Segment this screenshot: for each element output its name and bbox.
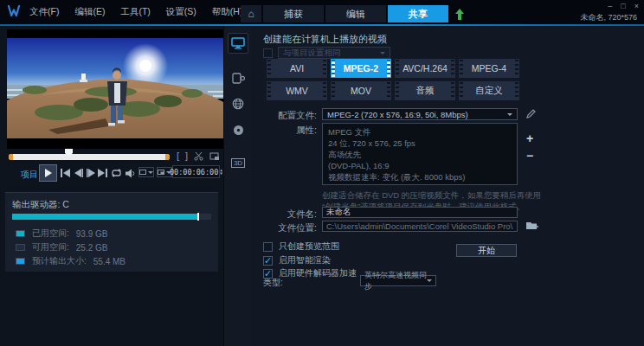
video-preview[interactable] (7, 29, 223, 149)
menu-settings[interactable]: 设置(S) (166, 6, 196, 18)
timecode-spinner[interactable]: ▲▼ (220, 169, 222, 176)
home-tab[interactable]: ⌂ (241, 5, 261, 22)
share-settings-panel: 创建能在计算机上播放的视频 与项目设置相同 AVI MPEG-2 AVC/H.2… (251, 26, 644, 346)
smart-render-checkbox[interactable] (263, 256, 273, 266)
format-mpeg4[interactable]: MPEG-4 (459, 59, 519, 78)
tab-share-label: 共享 (409, 8, 428, 21)
option-preview-range: 只创建预览范围 (263, 240, 339, 253)
go-end-button[interactable] (97, 168, 108, 178)
estimated-value: 55.4 MB (93, 257, 126, 266)
volume-button[interactable] (125, 168, 136, 178)
format-label: WMV (286, 86, 308, 96)
browse-folder-icon[interactable] (526, 221, 538, 230)
format-label: 音频 (416, 85, 435, 97)
category-computer[interactable] (228, 33, 248, 54)
mark-out-icon[interactable]: ] (185, 151, 188, 161)
properties-box: MPEG 文件 24 位, 720 x 576, 25 fps 高场优先 (DV… (322, 123, 518, 185)
same-as-project-label: 与项目设置相同 (283, 48, 341, 59)
loop-button[interactable] (111, 168, 122, 178)
option-label: 启用智能渲染 (279, 254, 331, 266)
computer-icon (231, 37, 245, 49)
location-input[interactable] (322, 221, 518, 232)
location-label: 文件位置: (254, 222, 317, 234)
filename-label: 文件名: (254, 208, 317, 221)
format-avi[interactable]: AVI (267, 59, 327, 78)
option-label: 只创建预览范围 (279, 240, 339, 253)
timecode-value: 00:00:06:00 (170, 168, 218, 176)
format-wmv[interactable]: WMV (267, 81, 327, 100)
format-mov[interactable]: MOV (331, 81, 391, 100)
format-custom[interactable]: 自定义 (459, 81, 519, 100)
workspace-tabs: ⌂ 捕获 编辑 共享 (241, 5, 464, 22)
category-3d[interactable]: 3D (228, 152, 248, 173)
maximize-button[interactable]: □ (621, 2, 625, 10)
tab-share[interactable]: 共享 (388, 5, 448, 22)
profile-dropdown[interactable]: MPEG-2 (720 x 576, 16:9, 50i, 8Mbps) (322, 108, 518, 120)
legend-used: 已用空间: 93.9 GB (16, 227, 107, 240)
timecode-field[interactable]: 00:00:06:00 ▲▼ (172, 165, 220, 178)
minimize-button[interactable]: – (608, 2, 612, 10)
playback-quality-dropdown[interactable] (138, 167, 154, 177)
next-frame-button[interactable] (85, 168, 96, 178)
same-as-project-dropdown[interactable]: 与项目设置相同 (278, 47, 390, 59)
trim-bar[interactable] (9, 154, 170, 160)
split-clip-icon[interactable] (194, 151, 203, 161)
start-button[interactable]: 开始 (456, 244, 517, 257)
format-label: AVI (290, 63, 304, 74)
type-dropdown[interactable]: 英特尔高速视频同步 (360, 275, 436, 286)
free-value: 25.2 GB (76, 243, 108, 253)
disk-used-fill (12, 214, 197, 220)
trim-tools: [ ] (177, 151, 220, 161)
property-line: 视频数据速率: 变化 (最大. 8000 kbps) (328, 171, 512, 183)
panel-heading: 创建能在计算机上播放的视频 (263, 33, 387, 46)
menu-help[interactable]: 帮助(H) (212, 6, 243, 18)
same-as-project-checkbox[interactable] (263, 48, 273, 58)
edit-profile-icon[interactable] (526, 109, 536, 119)
property-line: (DVD-PAL), 16:9 (328, 160, 512, 171)
window-controls: – □ × (608, 2, 639, 10)
device-icon (232, 73, 245, 84)
tab-capture[interactable]: 捕获 (263, 5, 324, 22)
preview-range-checkbox[interactable] (263, 242, 273, 252)
close-button[interactable]: × (634, 2, 639, 10)
menu-bar: 文件(F) 编辑(E) 工具(T) 设置(S) 帮助(H) (29, 6, 242, 18)
category-device[interactable] (228, 67, 248, 88)
menu-tools[interactable]: 工具(T) (120, 6, 150, 18)
estimated-swatch (16, 258, 25, 265)
previous-frame-button[interactable] (73, 168, 84, 178)
format-label: 自定义 (475, 85, 503, 97)
3d-icon: 3D (231, 158, 245, 168)
category-disc[interactable] (228, 119, 248, 140)
videostudio-logo-icon (7, 5, 21, 17)
grab-frame-icon[interactable] (209, 151, 220, 161)
tab-edit-label: 编辑 (346, 8, 365, 21)
titlebar: 文件(F) 编辑(E) 工具(T) 设置(S) 帮助(H) ⌂ 捕获 编辑 共享… (0, 0, 644, 24)
category-web[interactable] (228, 93, 248, 114)
free-swatch (16, 244, 25, 251)
mark-in-icon[interactable]: [ (177, 151, 179, 161)
menu-file[interactable]: 文件(F) (29, 6, 59, 18)
go-start-button[interactable] (60, 168, 71, 178)
profile-value: MPEG-2 (720 x 576, 16:9, 50i, 8Mbps) (327, 110, 468, 119)
upgrade-arrow-icon[interactable] (455, 9, 464, 20)
format-label: MOV (351, 86, 371, 96)
remove-profile-icon[interactable]: − (526, 151, 533, 161)
format-audio[interactable]: 音频 (395, 81, 455, 100)
properties-label: 属性: (254, 125, 317, 137)
legend-free: 可用空间: 25.2 GB (16, 241, 107, 253)
format-label: MPEG-4 (472, 63, 506, 74)
tab-capture-label: 捕获 (284, 8, 303, 21)
free-label: 可用空间: (32, 241, 69, 253)
menu-edit[interactable]: 编辑(E) (74, 6, 105, 18)
property-line: MPEG 文件 (328, 126, 512, 138)
filename-input[interactable] (322, 207, 518, 218)
format-avc[interactable]: AVC/H.264 (395, 59, 455, 78)
tab-edit[interactable]: 编辑 (325, 5, 386, 22)
used-label: 已用空间: (32, 227, 69, 240)
format-label: AVC/H.264 (402, 63, 448, 74)
play-button[interactable] (39, 164, 57, 182)
add-profile-icon[interactable]: + (526, 133, 533, 144)
format-mpeg2[interactable]: MPEG-2 (331, 59, 391, 78)
type-value: 英特尔高速视频同步 (364, 270, 427, 292)
property-line: 24 位, 720 x 576, 25 fps (328, 138, 512, 149)
